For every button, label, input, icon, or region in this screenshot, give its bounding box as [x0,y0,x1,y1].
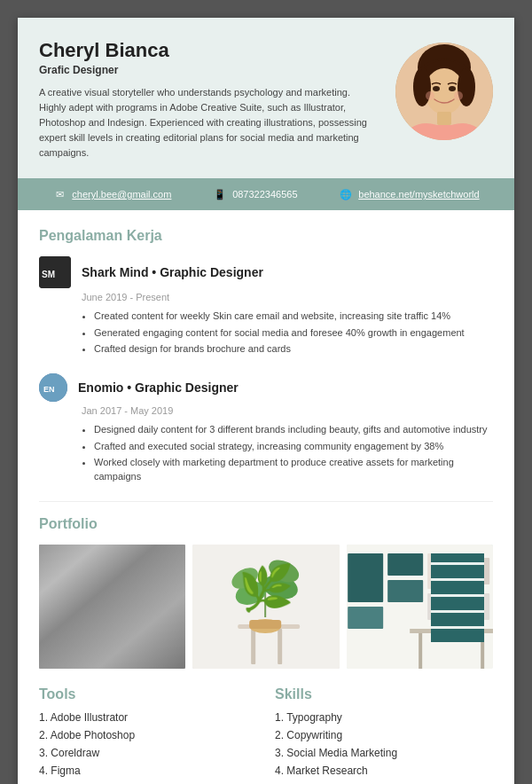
tools-list: Adobe Illustrator Adobe Photoshop Coreld… [39,711,257,777]
tools-column: Tools Adobe Illustrator Adobe Photoshop … [39,686,257,782]
phone-icon: 📱 [213,187,227,201]
contact-email[interactable]: ✉ cheryl.bee@gmail.com [52,187,171,201]
exp-2-company: Enomio [78,380,123,395]
main-content: Pengalaman Kerja SM Shark Mind • Graphic… [18,210,514,784]
exp-1-bullet-1: Created content for weekly Skin care ema… [94,310,493,323]
svg-point-28 [232,578,270,609]
candidate-name: Cheryl Bianca [39,39,378,62]
svg-rect-37 [348,607,383,629]
exp-1-bullet-3: Crafted design for brands brochure and c… [94,342,493,356]
exp-1-company: Shark Mind [82,265,148,279]
svg-rect-44 [445,617,448,630]
skill-1: Typography [275,711,493,724]
exp-2-bullets: Designed daily content for 3 different b… [82,423,493,483]
svg-point-4 [413,67,431,106]
header-section: Cheryl Bianca Grafic Designer A creative… [18,18,514,178]
candidate-title: Grafic Designer [39,64,378,76]
exp-1-company-role: Shark Mind • Graphic Designer [82,265,263,279]
experience-item-1: SM Shark Mind • Graphic Designer June 20… [39,256,493,356]
skills-section-title: Skills [275,686,493,702]
svg-point-20 [99,573,105,578]
email-link[interactable]: cheryl.bee@gmail.com [72,189,171,200]
svg-point-6 [433,86,440,91]
svg-text:EN: EN [43,385,55,394]
portfolio-section: Portfolio [39,516,493,669]
portrait-svg [395,43,493,140]
exp-2-separator: • [127,380,135,395]
exp-2-bullet-2: Crafted and executed social strategy, in… [94,440,493,453]
svg-rect-39 [458,558,489,584]
divider [39,501,493,502]
globe-icon: 🌐 [339,187,353,201]
exp-1-bullet-2: Generated engaging content for social me… [94,326,493,340]
website-link[interactable]: behance.net/mysketchworld [358,189,479,200]
shark-mind-logo: SM [39,256,71,288]
tool-2: Adobe Photoshop [39,729,257,741]
exp-header-1: SM Shark Mind • Graphic Designer [39,256,493,288]
tool-1: Adobe Illustrator [39,711,257,724]
svg-point-9 [426,91,434,100]
svg-rect-8 [437,112,451,125]
tool-4: Figma [39,764,257,777]
experience-item-2: EN Enomio • Graphic Designer Jan 2017 - … [39,373,493,483]
exp-2-bullet-1: Designed daily content for 3 different b… [94,423,493,436]
skill-2: Copywriting [275,729,493,741]
portfolio-3-svg [347,545,493,669]
portfolio-1-svg [39,545,185,669]
candidate-bio: A creative visual storyteller who unders… [39,85,378,161]
exp-1-role: Graphic Designer [160,265,263,279]
portfolio-section-title: Portfolio [39,516,493,532]
svg-point-10 [454,91,463,100]
svg-rect-40 [427,593,489,620]
enomio-logo: EN [39,373,67,402]
svg-rect-42 [419,633,422,669]
svg-rect-16 [39,545,185,669]
skills-list: Typography Copywriting Social Media Mark… [275,711,493,777]
svg-rect-32 [192,545,339,669]
svg-rect-36 [387,580,423,602]
svg-rect-35 [387,553,423,576]
exp-2-bullet-3: Worked closely with marketing department… [94,456,493,483]
resume-card: Cheryl Bianca Grafic Designer A creative… [18,18,514,784]
exp-2-company-role: Enomio • Graphic Designer [78,380,239,395]
svg-point-5 [458,67,475,106]
portfolio-2-svg [192,545,339,669]
bottom-section: Tools Adobe Illustrator Adobe Photoshop … [39,686,493,784]
portfolio-grid [39,545,493,669]
tools-section-title: Tools [39,686,257,702]
skills-column: Skills Typography Copywriting Social Med… [275,686,493,782]
svg-rect-43 [481,633,484,669]
tool-3: Coreldraw [39,747,257,759]
svg-rect-34 [348,553,383,602]
portfolio-image-3 [347,545,493,669]
exp-2-date: Jan 2017 - May 2019 [82,405,493,416]
exp-1-date: June 2019 - Present [82,292,493,302]
shark-logo-svg: SM [39,256,71,288]
svg-text:SM: SM [42,270,55,279]
candidate-photo [395,43,493,140]
svg-rect-46 [463,611,466,630]
exp-header-2: EN Enomio • Graphic Designer [39,373,493,402]
experience-section-title: Pengalaman Kerja [39,228,493,244]
exp-1-bullets: Created content for weekly Skin care ema… [82,310,493,356]
skill-4: Market Research [275,764,493,777]
contact-phone: 📱 087322346565 [213,187,297,201]
contact-bar: ✉ cheryl.bee@gmail.com 📱 087322346565 🌐 … [18,178,514,210]
svg-point-7 [449,86,456,91]
svg-rect-41 [410,629,493,633]
svg-rect-38 [427,553,454,589]
portfolio-image-1 [39,545,185,669]
exp-1-separator: • [152,265,160,279]
enomio-logo-svg: EN [39,373,67,402]
phone-number: 087322346565 [232,189,297,200]
svg-rect-15 [39,545,185,669]
skill-3: Social Media Marketing [275,747,493,759]
contact-website[interactable]: 🌐 behance.net/mysketchworld [339,187,479,201]
exp-2-role: Graphic Designer [135,380,239,395]
email-icon: ✉ [52,187,66,201]
header-text: Cheryl Bianca Grafic Designer A creative… [39,39,395,161]
svg-rect-45 [454,614,457,630]
portfolio-image-2 [192,545,339,669]
svg-rect-19 [84,562,111,607]
